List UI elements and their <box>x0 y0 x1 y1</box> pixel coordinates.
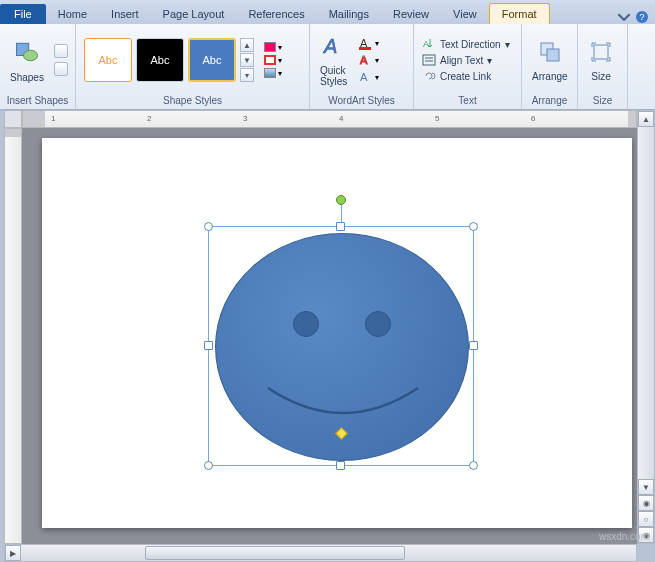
svg-point-3 <box>23 50 37 61</box>
ruler-mark: 5 <box>435 114 439 123</box>
tab-page-layout[interactable]: Page Layout <box>151 4 237 24</box>
watermark-text: wsxdn.com <box>599 531 649 542</box>
link-icon <box>422 69 436 83</box>
gallery-more-icon[interactable]: ▾ <box>240 68 254 82</box>
gallery-up-icon[interactable]: ▲ <box>240 38 254 52</box>
quick-styles-label: QuickStyles <box>320 65 347 87</box>
group-label-insert-shapes: Insert Shapes <box>4 94 71 107</box>
size-icon <box>588 39 614 69</box>
text-effects-button[interactable]: A▾ <box>359 70 379 84</box>
resize-handle-mt[interactable] <box>336 222 345 231</box>
tab-view[interactable]: View <box>441 4 489 24</box>
horizontal-ruler[interactable]: 123456 <box>22 110 637 128</box>
tab-mailings[interactable]: Mailings <box>317 4 381 24</box>
scroll-right-button[interactable]: ▶ <box>5 545 21 561</box>
resize-handle-br[interactable] <box>469 461 478 470</box>
shape-style-gallery: Abc Abc Abc ▲ ▼ ▾ <box>80 34 258 86</box>
align-text-label: Align Text <box>440 55 483 66</box>
align-text-icon <box>422 53 436 67</box>
arrange-button[interactable]: Arrange <box>526 37 574 84</box>
svg-text:A: A <box>360 54 368 66</box>
edit-shape-button[interactable] <box>54 44 68 58</box>
group-text: A Text Direction ▾ Align Text ▾ Create L… <box>414 24 522 109</box>
shape-fill-button[interactable]: ▾ <box>264 42 282 52</box>
resize-handle-ml[interactable] <box>204 341 213 350</box>
svg-rect-14 <box>547 49 559 61</box>
size-label: Size <box>591 71 610 82</box>
group-arrange: Arrange Arrange <box>522 24 578 109</box>
style-swatch-1[interactable]: Abc <box>84 38 132 82</box>
ruler-mark: 3 <box>243 114 247 123</box>
style-swatch-3[interactable]: Abc <box>188 38 236 82</box>
smiley-eye-right <box>365 311 391 337</box>
ribbon-tabstrip: File Home Insert Page Layout References … <box>0 0 655 24</box>
tab-format[interactable]: Format <box>489 3 550 24</box>
text-outline-button[interactable]: A▾ <box>359 53 379 67</box>
ruler-corner <box>4 110 22 128</box>
prev-page-button[interactable]: ◉ <box>638 495 654 511</box>
style-swatch-2[interactable]: Abc <box>136 38 184 82</box>
horizontal-scrollbar[interactable]: ◀ ▶ <box>4 544 637 562</box>
file-tab[interactable]: File <box>0 4 46 24</box>
size-button[interactable]: Size <box>582 37 620 84</box>
vertical-scrollbar[interactable]: ▲ ▼ ◉ ○ ◉ <box>637 110 655 544</box>
scroll-up-button[interactable]: ▲ <box>638 111 654 127</box>
smiley-mouth <box>263 383 423 433</box>
svg-rect-10 <box>423 55 435 65</box>
text-direction-button[interactable]: A Text Direction ▾ <box>422 37 510 51</box>
svg-text:A: A <box>423 39 429 49</box>
wordart-icon: A <box>321 33 347 63</box>
chevron-down-icon: ▾ <box>278 69 282 78</box>
align-text-button[interactable]: Align Text ▾ <box>422 53 510 67</box>
svg-text:A: A <box>360 71 368 83</box>
resize-handle-mb[interactable] <box>336 461 345 470</box>
gallery-down-icon[interactable]: ▼ <box>240 53 254 67</box>
rotation-handle[interactable] <box>336 195 346 205</box>
group-label-text: Text <box>418 94 517 107</box>
arrange-label: Arrange <box>532 71 568 82</box>
create-link-button[interactable]: Create Link <box>422 69 510 83</box>
text-direction-icon: A <box>422 37 436 51</box>
text-fill-button[interactable]: A▾ <box>359 36 379 50</box>
group-wordart-styles: A QuickStyles A▾ A▾ A▾ WordArt Styles <box>310 24 414 109</box>
arrange-icon <box>537 39 563 69</box>
quick-styles-button[interactable]: A QuickStyles <box>314 31 353 89</box>
hscroll-thumb[interactable] <box>145 546 405 560</box>
browse-object-button[interactable]: ○ <box>638 511 654 527</box>
shape-effects-button[interactable]: ▾ <box>264 68 282 78</box>
resize-handle-mr[interactable] <box>469 341 478 350</box>
tab-review[interactable]: Review <box>381 4 441 24</box>
shape-selection-box[interactable] <box>208 226 474 466</box>
document-viewport[interactable] <box>22 128 637 544</box>
resize-handle-bl[interactable] <box>204 461 213 470</box>
group-label-shape-styles: Shape Styles <box>80 94 305 107</box>
shapes-button[interactable]: Shapes <box>4 36 50 85</box>
minimize-ribbon-icon[interactable] <box>617 10 631 24</box>
group-label-arrange: Arrange <box>526 94 573 107</box>
group-label-wordart: WordArt Styles <box>314 94 409 107</box>
tab-references[interactable]: References <box>236 4 316 24</box>
chevron-down-icon: ▾ <box>278 56 282 65</box>
group-label-size: Size <box>582 94 623 107</box>
ribbon: Shapes Insert Shapes Abc Abc Abc ▲ ▼ ▾ <box>0 24 655 110</box>
vertical-ruler[interactable] <box>4 128 22 544</box>
help-icon[interactable]: ? <box>635 10 649 24</box>
document-page[interactable] <box>42 138 632 528</box>
ruler-mark: 1 <box>51 114 55 123</box>
svg-text:?: ? <box>639 12 644 22</box>
chevron-down-icon: ▾ <box>278 43 282 52</box>
text-box-button[interactable] <box>54 62 68 76</box>
group-insert-shapes: Shapes Insert Shapes <box>0 24 76 109</box>
resize-handle-tl[interactable] <box>204 222 213 231</box>
shape-outline-button[interactable]: ▾ <box>264 55 282 65</box>
svg-text:A: A <box>323 35 337 57</box>
tab-home[interactable]: Home <box>46 4 99 24</box>
resize-handle-tr[interactable] <box>469 222 478 231</box>
shapes-icon <box>13 38 41 70</box>
tab-insert[interactable]: Insert <box>99 4 151 24</box>
ruler-mark: 6 <box>531 114 535 123</box>
svg-rect-6 <box>359 47 371 50</box>
svg-rect-15 <box>594 45 608 59</box>
scroll-down-button[interactable]: ▼ <box>638 479 654 495</box>
ruler-mark: 4 <box>339 114 343 123</box>
